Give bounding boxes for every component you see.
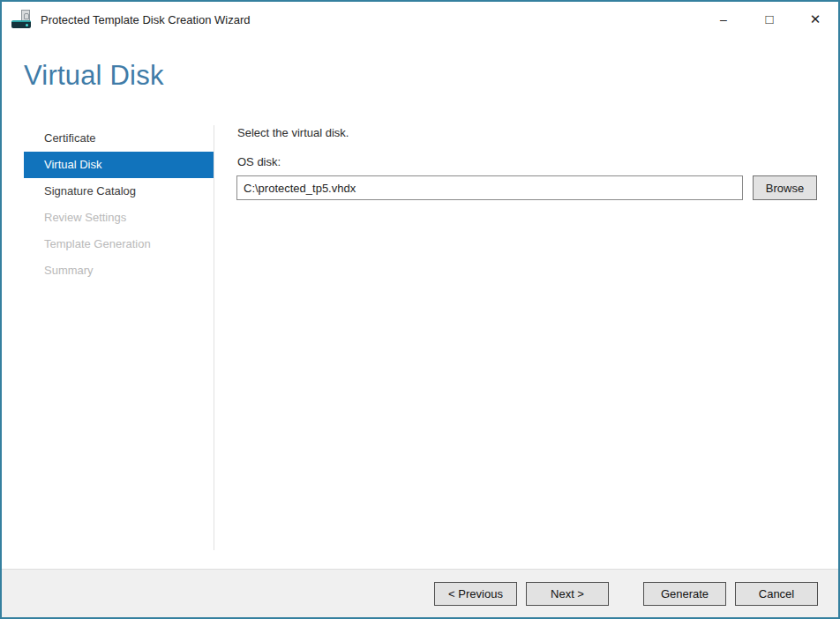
- minimize-icon: –: [720, 12, 727, 26]
- close-icon: ✕: [810, 11, 821, 27]
- maximize-button[interactable]: □: [746, 2, 792, 37]
- sidebar-item-virtual-disk[interactable]: Virtual Disk: [24, 152, 214, 178]
- window-title: Protected Template Disk Creation Wizard: [41, 13, 250, 26]
- sidebar-item-review-settings: Review Settings: [24, 205, 214, 231]
- wizard-steps-sidebar: Certificate Virtual Disk Signature Catal…: [24, 125, 214, 284]
- sidebar-item-signature-catalog[interactable]: Signature Catalog: [24, 178, 214, 205]
- cancel-button[interactable]: Cancel: [735, 582, 818, 606]
- titlebar: Protected Template Disk Creation Wizard …: [2, 2, 838, 37]
- sidebar-item-summary: Summary: [24, 257, 214, 284]
- sidebar-divider: [214, 125, 214, 550]
- minimize-button[interactable]: –: [701, 2, 746, 37]
- protected-disk-icon: [11, 10, 33, 29]
- window-controls: – □ ✕: [701, 2, 838, 37]
- wizard-window: Protected Template Disk Creation Wizard …: [0, 0, 840, 619]
- previous-button[interactable]: < Previous: [434, 582, 517, 606]
- sidebar-item-certificate[interactable]: Certificate: [24, 125, 214, 152]
- os-disk-label: OS disk:: [237, 155, 281, 168]
- close-button[interactable]: ✕: [792, 2, 838, 37]
- next-button[interactable]: Next >: [526, 582, 609, 606]
- page-title: Virtual Disk: [24, 60, 164, 92]
- browse-button[interactable]: Browse: [753, 175, 817, 200]
- sidebar-item-template-generation: Template Generation: [24, 231, 214, 257]
- instruction-text: Select the virtual disk.: [237, 126, 349, 139]
- footer-button-bar: < Previous Next > Generate Cancel: [2, 569, 838, 617]
- os-disk-path-input[interactable]: [236, 175, 743, 200]
- disk-drive-icon: [11, 20, 31, 28]
- generate-button: Generate: [643, 582, 726, 606]
- maximize-icon: □: [765, 11, 773, 26]
